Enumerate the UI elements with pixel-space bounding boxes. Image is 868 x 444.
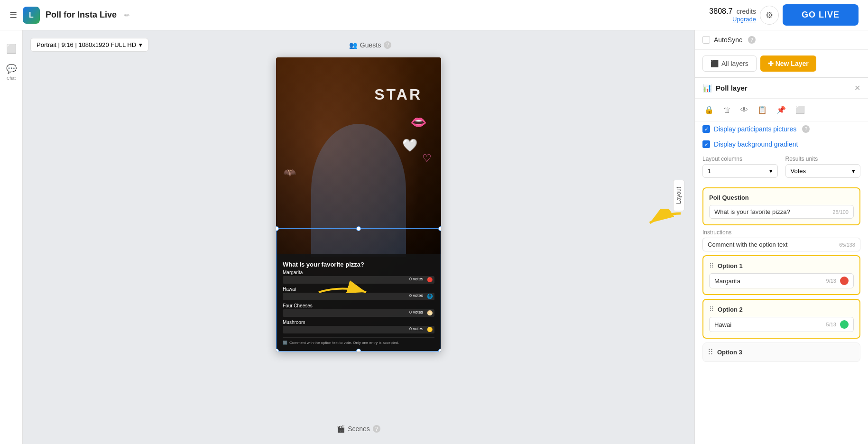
option-2-color[interactable] (840, 320, 849, 329)
instructions-chars: 65/138 (839, 242, 855, 248)
option-3-header: ⠿ Option 3 (708, 348, 855, 357)
instructions-input-row: 65/138 (702, 238, 860, 251)
header: ☰ L Poll for Insta Live ✏ 3808.7 credits… (0, 0, 868, 30)
eye-icon[interactable]: 👁 (739, 104, 750, 116)
new-layer-button[interactable]: ✚ New Layer (760, 56, 816, 72)
scenes-label: Scenes (348, 425, 370, 433)
canvas-toolbar: Portrait | 9:16 | 1080x1920 FULL HD ▾ 👥 … (30, 38, 687, 52)
credits-info: 3808.7 credits Upgrade (709, 7, 756, 23)
lock-icon[interactable]: 🔒 (702, 103, 716, 116)
layers-icon: ⬛ (711, 60, 719, 67)
poll-layer-header: 📊 Poll layer ✕ (695, 78, 868, 99)
neon-lips-decoration: 👄 (410, 114, 427, 130)
poll-icon-2: 🌐 (427, 294, 433, 299)
autosync-label: AutoSync (714, 36, 742, 44)
go-live-button[interactable]: GO LIVE (783, 4, 859, 26)
pin-icon[interactable]: 📌 (775, 103, 788, 116)
left-sidebar: ⬜ 💬 Chat (0, 30, 23, 444)
neon-heart2-decoration: ♡ (422, 152, 432, 165)
copy-icon[interactable]: 📋 (756, 103, 769, 116)
poll-question-input-row: 28/100 (709, 205, 854, 219)
autosync-checkbox[interactable] (702, 36, 710, 44)
scenes-help-icon[interactable]: ? (373, 425, 380, 433)
results-units-select[interactable]: Votes ▾ (785, 164, 861, 178)
format-select[interactable]: Portrait | 9:16 | 1080x1920 FULL HD ▾ (30, 38, 148, 52)
guests-button[interactable]: 👥 Guests ? (349, 41, 391, 49)
layout-columns-col: Layout columns 1 ▾ (702, 156, 778, 178)
option-2-section: ⠿ Option 2 5/13 (702, 299, 860, 339)
logo-icon: L (23, 7, 40, 24)
all-layers-label: All layers (721, 60, 748, 67)
yellow-arrow-poll (314, 280, 371, 306)
star-text: STAR (374, 86, 422, 103)
resize-icon[interactable]: ⬜ (794, 103, 807, 116)
option-1-color[interactable] (840, 277, 849, 285)
scenes-button[interactable]: 🎬 Scenes ? (337, 425, 380, 433)
info-icon: ℹ️ (283, 341, 287, 345)
settings-icon[interactable]: ⚙ (760, 6, 779, 25)
chevron-down-icon: ▾ (769, 167, 773, 175)
option-2-header: ⠿ Option 2 (709, 305, 854, 313)
instructions-text: Comment with the option text to vote. On… (289, 341, 399, 345)
results-units-label: Results units (785, 156, 861, 162)
guests-help-icon[interactable]: ? (384, 41, 391, 49)
display-participants-checkbox[interactable]: ✓ (702, 125, 710, 133)
option-1-input-row: 9/13 (709, 273, 854, 288)
poll-option-4-name: Mushroom (283, 320, 434, 325)
option-2-chars: 5/13 (826, 322, 836, 327)
option-3-section: ⠿ Option 3 (702, 342, 860, 362)
logo: L (23, 7, 40, 24)
header-center: 3808.7 credits Upgrade ⚙ GO LIVE (709, 4, 859, 26)
neon-heart-decoration: 🤍 (402, 138, 417, 153)
scenes-icon: 🎬 (337, 425, 345, 433)
display-participants-row: ✓ Display participants pictures ? (695, 121, 868, 137)
canvas-bottom-bar: 🎬 Scenes ? (30, 421, 687, 436)
option-3-title: Option 3 (717, 349, 742, 356)
right-panel: AutoSync ? ⬛ All layers ✚ New Layer 📊 Po… (694, 30, 868, 444)
instructions-title: Instructions (702, 229, 860, 236)
trash-icon[interactable]: 🗑 (721, 104, 733, 116)
option-1-header: ⠿ Option 1 (709, 262, 854, 269)
results-units-value: Votes (791, 167, 806, 175)
close-panel-icon[interactable]: ✕ (854, 83, 860, 92)
option-1-section: ⠿ Option 1 9/13 (702, 255, 860, 295)
poll-icon-1: 🔴 (427, 277, 433, 282)
display-gradient-checkbox[interactable]: ✓ (702, 140, 710, 148)
upgrade-link[interactable]: Upgrade (709, 16, 756, 23)
layout-columns-value: 1 (708, 167, 711, 175)
autosync-help-icon[interactable]: ? (748, 36, 756, 44)
poll-question-display: What is your favorite pizza? (283, 261, 434, 268)
option-1-drag-icon: ⠿ (709, 262, 714, 269)
option-2-drag-icon: ⠿ (709, 305, 714, 313)
person-figure (311, 124, 406, 257)
guests-icon: 👥 (349, 41, 357, 49)
poll-votes-2: 0 votes (409, 293, 423, 298)
poll-option-4: Mushroom 0 votes 🟡 (283, 320, 434, 333)
menu-icon[interactable]: ☰ (9, 10, 17, 20)
edit-icon[interactable]: ✏ (124, 11, 130, 19)
poll-bar-3-container: 0 votes 🌕 (283, 309, 434, 317)
layout-columns-select[interactable]: 1 ▾ (702, 164, 778, 178)
poll-icon-4: 🟡 (427, 327, 433, 332)
layout-row: Layout columns 1 ▾ Results units Votes ▾ (695, 152, 868, 184)
layer-tools: 🔒 🗑 👁 📋 📌 ⬜ (695, 99, 868, 121)
pages-icon: ⬜ (6, 44, 17, 54)
poll-question-input[interactable] (714, 208, 832, 215)
display-participants-label: Display participants pictures (714, 125, 796, 133)
poll-layer-title: Poll layer (716, 84, 748, 92)
sidebar-item-chat[interactable]: 💬 Chat (4, 60, 18, 84)
option-1-chars: 9/13 (826, 278, 836, 284)
all-layers-tab[interactable]: ⬛ All layers (702, 56, 757, 72)
option-3-drag-icon: ⠿ (708, 348, 713, 357)
poll-question-section: Poll Question 28/100 (702, 187, 860, 225)
sidebar-item-pages[interactable]: ⬜ (4, 40, 18, 58)
participants-help-icon[interactable]: ? (802, 125, 810, 133)
chevron-down-icon: ▾ (139, 41, 142, 48)
display-gradient-label: Display background gradient (714, 140, 798, 148)
option-1-input[interactable] (714, 278, 826, 285)
option-2-input[interactable] (714, 321, 826, 328)
instructions-input[interactable] (708, 241, 839, 248)
panel-inner: ✓ Display participants pictures ? ✓ Disp… (695, 121, 868, 364)
option-2-title: Option 2 (718, 306, 743, 313)
new-layer-label: ✚ New Layer (768, 60, 809, 67)
